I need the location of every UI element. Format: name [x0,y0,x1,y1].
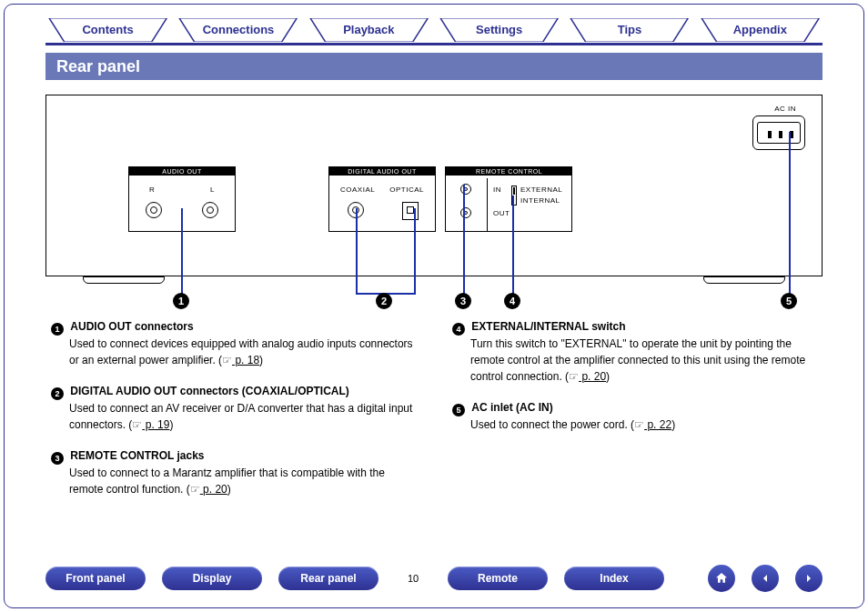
page-ref-link[interactable]: p. 20 [200,483,227,496]
remote-in-jack [460,184,471,195]
page-ref-link[interactable]: p. 20 [579,370,606,383]
index-button[interactable]: Index [564,567,664,590]
desc-body: Used to connect to a Marantz amplifier t… [51,465,416,497]
bottom-nav-row: Front panel Display Rear panel 10 Remote… [45,565,823,592]
desc-body: Used to connect the power cord. (☞ p. 22… [452,416,817,433]
callout-line-3 [463,185,465,295]
tab-label: Playback [343,23,394,36]
desc-title: AUDIO OUT connectors [70,320,193,333]
tab-label: Settings [476,23,522,36]
audio-out-l-label: L [210,186,215,194]
tab-appendix[interactable]: Appendix [698,18,823,42]
audio-out-r-label: R [149,186,155,194]
tab-tips[interactable]: Tips [567,18,691,42]
hand-icon: ☞ [569,370,579,383]
descriptions-left: 1 AUDIO OUT connectors Used to connect d… [51,318,416,512]
tab-connections[interactable]: Connections [176,18,300,42]
hand-icon: ☞ [132,418,142,431]
callout-5: 5 [781,293,797,309]
tab-label: Connections [203,23,275,36]
optical-jack [402,202,419,220]
desc-title: AC inlet (AC IN) [471,401,552,414]
digital-out-header: DIGITAL AUDIO OUT [329,167,435,176]
rear-panel-diagram: AC IN AUDIO OUT R L DIGITAL AUDIO OUT CO… [45,95,823,276]
tab-playback[interactable]: Playback [307,18,431,42]
remote-control-header: REMOTE CONTROL [446,167,572,176]
remote-out-label: OUT [493,209,510,217]
foot-right [703,276,785,284]
tabs-underline [45,43,823,45]
display-button[interactable]: Display [162,567,262,590]
page-ref-link[interactable]: p. 18 [232,354,259,366]
callout-3: 3 [455,293,471,309]
audio-out-header: AUDIO OUT [129,167,235,176]
desc-item-5: 5 AC inlet (AC IN) Used to connect the p… [452,399,817,433]
desc-body: Turn this switch to "EXTERNAL" to operat… [452,336,817,385]
digital-out-block: DIGITAL AUDIO OUT COAXIAL OPTICAL [328,166,436,232]
tab-settings[interactable]: Settings [437,18,561,42]
desc-item-3: 3 REMOTE CONTROL jacks Used to connect t… [51,447,416,497]
callout-line-4 [512,196,514,295]
desc-title: REMOTE CONTROL jacks [70,449,204,462]
ac-inlet-icon [752,115,805,150]
remote-button[interactable]: Remote [448,567,548,590]
desc-num: 5 [452,404,465,416]
desc-body: Used to connect an AV receiver or D/A co… [51,400,416,433]
tab-label: Appendix [733,23,787,36]
prev-icon[interactable] [752,565,779,592]
rca-l-jack [202,202,218,218]
callout-2: 2 [376,293,392,309]
callout-line-1 [181,208,183,295]
desc-num: 3 [51,452,64,465]
callout-4: 4 [504,293,520,309]
top-tabs-row: Contents Connections Playback Settings T… [45,18,823,42]
desc-title: DIGITAL AUDIO OUT connectors (COAXIAL/OP… [70,385,348,397]
internal-label: INTERNAL [520,196,560,205]
front-panel-button[interactable]: Front panel [45,567,146,590]
descriptions: 1 AUDIO OUT connectors Used to connect d… [51,318,817,512]
optical-label: OPTICAL [389,186,424,194]
home-icon[interactable] [708,565,735,592]
callout-line-2 [356,208,358,295]
tab-label: Contents [82,23,133,36]
desc-title: EXTERNAL/INTERNAL switch [471,320,625,333]
next-icon[interactable] [795,565,823,592]
callout-line-2b [414,208,416,295]
remote-in-label: IN [493,186,501,194]
page-number: 10 [395,573,431,584]
desc-num: 4 [452,323,465,336]
foot-left [83,276,165,284]
page-ref-link[interactable]: p. 22 [644,418,671,431]
desc-item-2: 2 DIGITAL AUDIO OUT connectors (COAXIAL/… [51,383,416,433]
section-title-bar: Rear panel [45,53,823,80]
hand-icon: ☞ [190,483,200,496]
section-title: Rear panel [56,57,140,75]
hand-icon: ☞ [634,418,644,431]
callout-line-5 [789,132,791,295]
desc-item-4: 4 EXTERNAL/INTERNAL switch Turn this swi… [452,318,817,385]
tab-label: Tips [618,23,642,36]
callout-1: 1 [173,293,189,309]
rear-panel-button[interactable]: Rear panel [278,567,378,590]
desc-num: 1 [51,323,64,336]
descriptions-right: 4 EXTERNAL/INTERNAL switch Turn this swi… [452,318,817,512]
rca-r-jack [146,202,162,218]
remote-out-jack [460,207,471,218]
ac-in-label: AC IN [774,105,796,113]
external-label: EXTERNAL [520,186,562,194]
coaxial-label: COAXIAL [340,186,375,194]
tab-contents[interactable]: Contents [45,18,170,42]
desc-num: 2 [51,387,64,400]
page-ref-link[interactable]: p. 19 [142,418,169,431]
desc-item-1: 1 AUDIO OUT connectors Used to connect d… [51,318,416,368]
hand-icon: ☞ [222,354,232,366]
desc-body: Used to connect devices equipped with an… [51,336,416,368]
